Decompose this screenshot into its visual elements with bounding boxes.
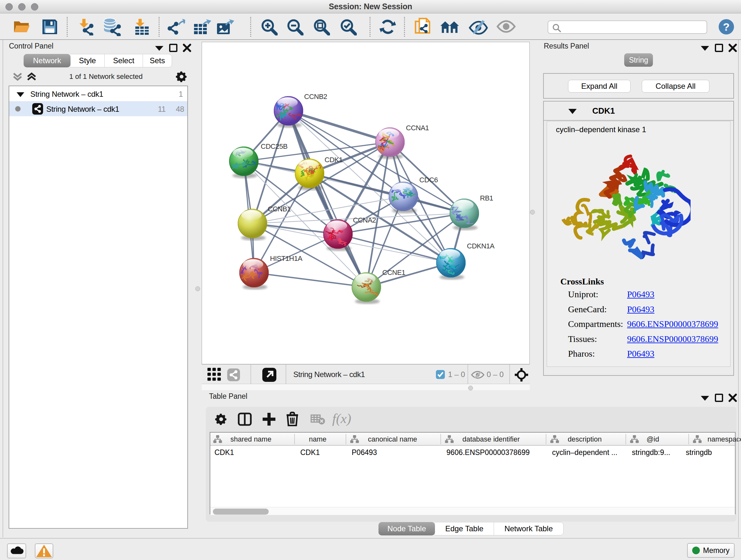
svg-text:CDC6: CDC6: [419, 176, 438, 184]
svg-text:CCNB2: CCNB2: [304, 92, 327, 101]
svg-text:HIST1H1A: HIST1H1A: [270, 254, 302, 262]
svg-text:CDK1: CDK1: [325, 156, 343, 164]
svg-text:CDC25B: CDC25B: [261, 142, 287, 150]
svg-text:CCNE1: CCNE1: [382, 268, 405, 276]
svg-text:CCNA2: CCNA2: [353, 216, 376, 224]
svg-text:CCNA1: CCNA1: [406, 124, 429, 132]
svg-text:CDKN1A: CDKN1A: [467, 242, 495, 250]
svg-text:?: ?: [723, 21, 730, 33]
svg-text:RB1: RB1: [480, 194, 493, 202]
svg-text:CCNB1: CCNB1: [268, 205, 291, 213]
